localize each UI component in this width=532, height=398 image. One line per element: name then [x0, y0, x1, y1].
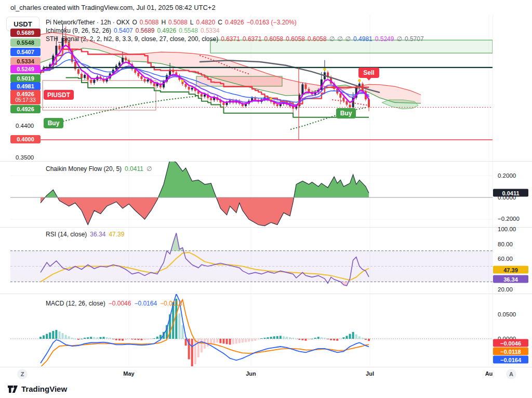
buy-marker-label: Buy: [336, 108, 356, 118]
legend-token: 0.5548: [179, 27, 198, 34]
buy-marker-label: Buy: [44, 118, 63, 128]
legend-token: −0.0118: [160, 300, 182, 307]
legend-sth-signal-row[interactable]: STH_Signal (2, 2, 2, hl2, 8, 3.3, 9, clo…: [46, 35, 427, 43]
indicator-axis-tick: −0.2000: [498, 216, 520, 222]
indicator-value-badge: −0.0164: [493, 356, 528, 364]
indicator-value-badge: 47.39: [493, 266, 528, 274]
legend-token: −0.0164: [134, 300, 157, 307]
indicator-value-badge: −0.0046: [493, 339, 528, 347]
legend-token: L: [190, 19, 194, 26]
macd-pane-title[interactable]: MACD (12, 26, close)−0.0046−0.0164−0.011…: [46, 300, 185, 307]
legend-token: Chaikin Money Flow (20, 5): [46, 165, 122, 173]
legend-token: 0.6058: [308, 35, 327, 43]
rsi-pane-title[interactable]: RSI (14, close)36.3447.39: [46, 231, 127, 238]
tradingview-logo[interactable]: TradingView: [7, 384, 67, 393]
legend-token: 0.5407: [114, 27, 133, 34]
time-axis-left-button[interactable]: Z: [17, 369, 28, 379]
legend-token: 0.5689: [136, 27, 155, 34]
price-label-badge: 0.4000: [10, 135, 41, 143]
price-label-badge: 0.4981: [10, 82, 41, 90]
legend-token: 0.0411: [125, 165, 143, 173]
legend-token: −0.0163 (−3.20%): [247, 19, 297, 26]
legend-token: 0.5707: [405, 35, 424, 43]
price-label-badge: 0.492605:17:33: [10, 90, 41, 104]
legend-token: 0.4981: [353, 35, 373, 43]
legend-token: 0.4926: [157, 27, 176, 34]
legend-token: −0.0046: [109, 300, 131, 307]
legend-token: 0.6058: [264, 35, 284, 43]
price-label-badge: 0.5548: [10, 38, 41, 47]
tradingview-logo-icon: [7, 385, 18, 393]
legend-token: Pi Network/Tether · 12h · OKX: [46, 19, 129, 26]
cmf-pane-title[interactable]: Chaikin Money Flow (20, 5)0.0411∅: [46, 165, 155, 173]
legend-token: 36.34: [90, 231, 105, 238]
indicator-value-badge: 0.0411: [493, 189, 528, 197]
legend-token: 0.5088: [168, 19, 188, 26]
month-label: Jun: [246, 370, 256, 377]
legend-token: MACD (12, 26, close): [46, 300, 105, 307]
legend-token: 0.6058: [286, 35, 305, 43]
price-label-badge: 0.5249: [10, 65, 41, 73]
price-label-badge: 0.4926: [10, 105, 41, 113]
legend-token: O: [132, 19, 137, 26]
legend-token: Ichimoku (9, 26, 52, 26): [46, 27, 111, 34]
legend-token: ∅: [337, 35, 342, 43]
legend-symbol-row[interactable]: Pi Network/Tether · 12h · OKXO0.5088H0.5…: [46, 19, 299, 26]
legend-token: 0.6371: [221, 35, 240, 43]
sell-marker-label: Sell: [358, 68, 379, 78]
indicator-axis-tick: 20.00: [498, 286, 513, 293]
legend-token: 0.5088: [140, 19, 159, 26]
legend-token: ∅: [329, 35, 335, 43]
price-label-badge: 0.5689: [10, 29, 41, 37]
month-label: Jul: [366, 370, 374, 377]
month-label: Au: [485, 370, 493, 377]
indicator-axis-tick: 0.0500: [498, 311, 516, 317]
tradingview-chart-page: ol_charles created with TradingView.com,…: [0, 0, 532, 398]
legend-token: ∅: [147, 165, 152, 173]
legend-token: C: [218, 19, 222, 26]
legend-ichimoku-row[interactable]: Ichimoku (9, 26, 52, 26)0.54070.56890.49…: [46, 27, 222, 34]
price-axis-tick: 0.3500: [16, 154, 34, 161]
legend-token: RSI (14, close): [46, 231, 87, 238]
time-axis[interactable]: Z A MayJunJulAu: [0, 367, 532, 381]
legend-token: ∅: [345, 35, 351, 43]
legend-token: 0.4820: [196, 19, 216, 26]
legend-token: 0.5249: [375, 35, 394, 43]
tradingview-logo-text: TradingView: [21, 384, 67, 393]
indicator-value-badge: −0.0118: [493, 348, 528, 355]
legend-token: H: [161, 19, 166, 26]
indicator-axis-tick: 80.00: [498, 241, 513, 247]
indicator-value-badge: 36.34: [493, 275, 528, 283]
legend-token: 47.39: [109, 231, 124, 238]
indicator-axis-tick: 0.2000: [498, 173, 516, 179]
price-label-badge: 0.5407: [10, 48, 41, 56]
legend-token: 0.6371: [243, 35, 262, 43]
legend-token: 0.4926: [225, 19, 244, 26]
price-axis-tick: 0.4400: [16, 123, 34, 129]
legend-token: STH_Signal (2, 2, 2, hl2, 8, 3.3, 9, clo…: [46, 35, 218, 43]
piusdt-marker-label: PIUSDT: [44, 90, 74, 100]
chart-canvas[interactable]: [0, 0, 532, 383]
time-axis-right-button[interactable]: A: [506, 369, 516, 379]
legend-token: ∅: [396, 35, 402, 43]
legend-token: 0.5334: [201, 27, 220, 34]
price-label-badge: 0.5019: [10, 74, 41, 83]
indicator-axis-tick: 60.00: [498, 256, 513, 262]
price-label-badge: 0.5334: [10, 57, 41, 65]
month-label: May: [123, 370, 134, 377]
indicator-axis-tick: 100.00: [498, 226, 516, 232]
